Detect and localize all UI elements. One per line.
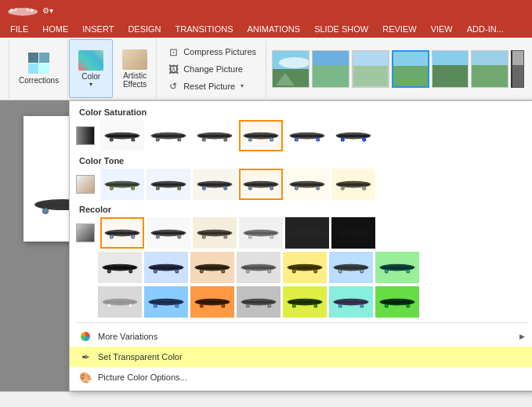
sat-thumb-2[interactable] bbox=[147, 120, 190, 151]
recolor-thumb-3-1[interactable] bbox=[98, 286, 142, 318]
picture-thumb-2[interactable] bbox=[312, 50, 349, 88]
tab-slideshow[interactable]: SLIDE SHOW bbox=[307, 20, 375, 38]
svg-point-4 bbox=[44, 209, 47, 213]
sat-thumb-3[interactable] bbox=[193, 120, 237, 151]
svg-point-187 bbox=[149, 299, 184, 306]
recolor-thumb-3-5[interactable] bbox=[283, 286, 327, 318]
svg-point-191 bbox=[176, 305, 179, 307]
sat-thumb-1[interactable] bbox=[100, 120, 144, 151]
set-transparent-item[interactable]: ✒ Set Transparent Color bbox=[70, 347, 532, 367]
svg-point-94 bbox=[342, 187, 344, 190]
picture-tools-group: ⊡ Compress Pictures 🖼 Change Picture ↺ R… bbox=[157, 39, 266, 98]
svg-point-193 bbox=[195, 299, 230, 306]
recolor-thumb-1-1[interactable] bbox=[100, 217, 144, 249]
svg-point-15 bbox=[151, 133, 186, 140]
svg-point-161 bbox=[269, 271, 271, 273]
color-tone-label: Color Tone bbox=[70, 153, 532, 167]
recolor-thumb-1-3[interactable] bbox=[193, 217, 237, 249]
svg-point-169 bbox=[334, 264, 369, 271]
sat-thumb-5[interactable] bbox=[285, 120, 329, 151]
picture-thumb-3[interactable] bbox=[352, 50, 389, 88]
svg-point-71 bbox=[225, 187, 227, 190]
tab-addin[interactable]: ADD-IN... bbox=[460, 20, 511, 38]
tab-design[interactable]: DESIGN bbox=[121, 20, 168, 38]
recolor-thumb-2-4[interactable] bbox=[237, 252, 280, 283]
tone-thumb-4[interactable] bbox=[239, 169, 283, 200]
svg-point-124 bbox=[249, 236, 252, 238]
recolor-thumb-3-2[interactable] bbox=[144, 286, 188, 318]
tone-thumb-3[interactable] bbox=[193, 169, 237, 200]
svg-point-196 bbox=[201, 305, 203, 307]
ribbon-content: Corrections Color ▾ Artistic Effects ⊡ C… bbox=[0, 38, 532, 100]
svg-point-95 bbox=[364, 187, 366, 190]
dropdown-inner: Color Saturation bbox=[70, 101, 532, 391]
svg-point-205 bbox=[288, 299, 323, 306]
svg-point-31 bbox=[271, 139, 273, 141]
change-picture-button[interactable]: 🖼 Change Picture bbox=[164, 62, 259, 77]
reset-label: Reset Picture bbox=[183, 82, 235, 91]
recolor-row-1 bbox=[70, 216, 532, 250]
recolor-thumb-2-5[interactable] bbox=[283, 252, 327, 283]
recolor-thumb-1-5[interactable] bbox=[285, 217, 329, 249]
tab-transitions[interactable]: TRANSITIONS bbox=[168, 20, 241, 38]
tone-thumb-6[interactable] bbox=[331, 169, 375, 200]
picture-thumb-5[interactable] bbox=[432, 50, 469, 88]
recolor-thumb-3-3[interactable] bbox=[190, 286, 234, 318]
svg-point-63 bbox=[179, 187, 181, 190]
svg-point-202 bbox=[247, 305, 249, 307]
color-button[interactable]: Color ▾ bbox=[76, 48, 106, 90]
recolor-thumb-1-6[interactable] bbox=[331, 217, 375, 249]
svg-point-55 bbox=[132, 187, 135, 190]
tab-file[interactable]: FILE bbox=[3, 20, 35, 38]
artistic-button[interactable]: Artistic Effects bbox=[120, 47, 150, 91]
svg-point-91 bbox=[336, 181, 371, 188]
saturation-row bbox=[70, 118, 532, 153]
recolor-thumb-2-7[interactable] bbox=[375, 252, 419, 283]
recolor-thumb-1-2[interactable] bbox=[147, 217, 190, 249]
tab-home[interactable]: HOME bbox=[35, 20, 75, 38]
reset-picture-button[interactable]: ↺ Reset Picture ▾ bbox=[164, 79, 259, 93]
picture-thumb-6[interactable] bbox=[471, 50, 508, 88]
svg-point-103 bbox=[132, 236, 135, 238]
tab-insert[interactable]: INSERT bbox=[75, 20, 121, 38]
picture-thumb-7[interactable] bbox=[511, 50, 524, 88]
compress-icon: ⊡ bbox=[167, 46, 179, 58]
artistic-group: Artistic Effects bbox=[114, 39, 157, 98]
svg-point-145 bbox=[149, 264, 184, 271]
corrections-button[interactable]: Corrections bbox=[16, 50, 61, 88]
recolor-thumb-3-6[interactable] bbox=[329, 286, 373, 318]
svg-point-166 bbox=[293, 271, 295, 273]
recolor-label: Recolor bbox=[70, 202, 532, 216]
tab-review[interactable]: REVIEW bbox=[375, 20, 423, 38]
recolor-thumb-2-6[interactable] bbox=[329, 252, 373, 283]
tone-thumb-2[interactable] bbox=[147, 169, 190, 200]
more-variations-label: More Variations bbox=[98, 332, 157, 341]
recolor-thumb-3-4[interactable] bbox=[237, 286, 280, 318]
recolor-thumb-2-3[interactable] bbox=[190, 252, 234, 283]
svg-point-118 bbox=[203, 236, 205, 238]
svg-point-87 bbox=[317, 187, 320, 190]
recolor-thumb-2-1[interactable] bbox=[98, 252, 142, 283]
more-variations-item[interactable]: More Variations ▶ bbox=[70, 326, 532, 347]
tone-thumb-1[interactable] bbox=[100, 169, 144, 200]
svg-point-125 bbox=[271, 236, 273, 238]
settings-icon[interactable]: ⚙▾ bbox=[39, 5, 56, 16]
svg-point-221 bbox=[407, 305, 410, 307]
sat-thumb-4[interactable] bbox=[239, 120, 283, 151]
picture-thumb-4[interactable] bbox=[392, 50, 429, 88]
sat-thumb-6[interactable] bbox=[331, 120, 375, 151]
recolor-thumb-1-4[interactable] bbox=[239, 217, 283, 249]
tab-view[interactable]: VIEW bbox=[424, 20, 460, 38]
recolor-thumb-2-2[interactable] bbox=[144, 252, 188, 283]
tone-thumb-5[interactable] bbox=[285, 169, 329, 200]
svg-point-12 bbox=[110, 139, 113, 141]
compress-button[interactable]: ⊡ Compress Pictures bbox=[164, 45, 259, 60]
svg-point-199 bbox=[241, 299, 277, 306]
svg-point-119 bbox=[225, 236, 227, 238]
picture-color-options-item[interactable]: 🎨 Picture Color Options... bbox=[70, 367, 532, 387]
picture-thumb-1[interactable] bbox=[272, 50, 309, 88]
svg-point-209 bbox=[315, 305, 317, 307]
recolor-thumb-3-7[interactable] bbox=[375, 286, 419, 318]
corrections-label: Corrections bbox=[19, 76, 59, 85]
tab-animations[interactable]: ANIMATIONS bbox=[241, 20, 308, 38]
